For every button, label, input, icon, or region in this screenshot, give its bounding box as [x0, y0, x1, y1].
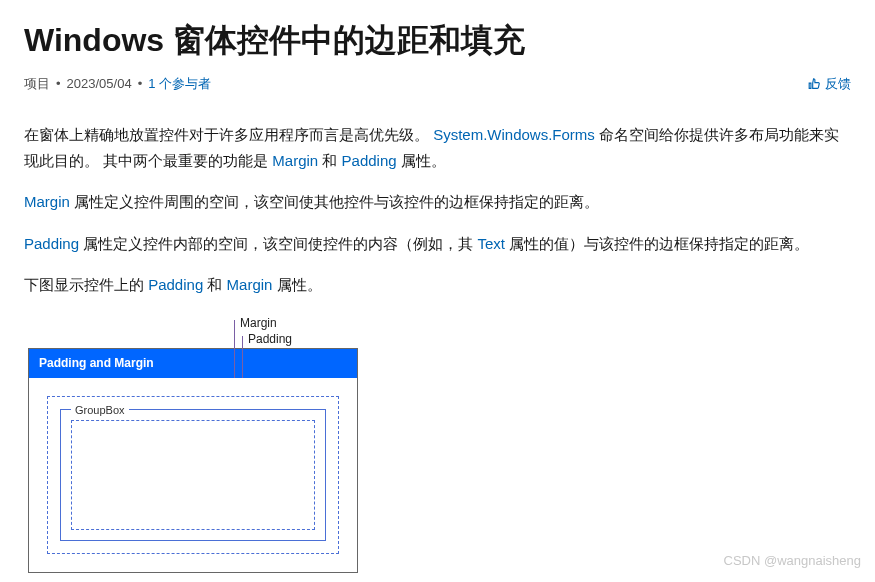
diagram-panel-title: Padding and Margin: [29, 349, 357, 378]
link-padding[interactable]: Padding: [24, 235, 79, 252]
watermark: CSDN @wangnaisheng: [724, 551, 862, 572]
diagram-groupbox: GroupBox: [60, 409, 326, 541]
link-system-windows-forms[interactable]: System.Windows.Forms: [433, 126, 595, 143]
diagram-panel-body: GroupBox: [29, 378, 357, 572]
paragraph-3: Padding 属性定义控件内部的空间，该空间使控件的内容（例如，其 Text …: [24, 231, 851, 257]
text: 属性。: [401, 152, 446, 169]
feedback-label: 反馈: [825, 74, 851, 95]
text: 属性定义控件内部的空间，该空间使控件的内容（例如，其: [83, 235, 477, 252]
link-margin[interactable]: Margin: [227, 276, 273, 293]
feedback-button[interactable]: 反馈: [807, 74, 851, 95]
text: 和: [322, 152, 341, 169]
link-padding[interactable]: Padding: [148, 276, 203, 293]
meta-project: 项目: [24, 74, 50, 95]
thumbs-up-icon: [807, 77, 821, 91]
paragraph-1: 在窗体上精确地放置控件对于许多应用程序而言是高优先级。 System.Windo…: [24, 122, 851, 173]
page-title: Windows 窗体控件中的边距和填充: [24, 20, 851, 62]
diagram-label-padding: Padding: [248, 330, 292, 349]
diagram-panel: Padding and Margin GroupBox: [28, 348, 358, 573]
diagram: Margin Padding Padding and Margin GroupB…: [28, 314, 851, 573]
diagram-padding-box: [71, 420, 315, 530]
callout-line-margin: [234, 320, 235, 380]
link-margin[interactable]: Margin: [272, 152, 318, 169]
paragraph-2: Margin 属性定义控件周围的空间，该空间使其他控件与该控件的边框保持指定的距…: [24, 189, 851, 215]
diagram-margin-box: GroupBox: [47, 396, 339, 554]
diagram-groupbox-label: GroupBox: [71, 402, 129, 420]
link-padding[interactable]: Padding: [342, 152, 397, 169]
text: 属性定义控件周围的空间，该空间使其他控件与该控件的边框保持指定的距离。: [74, 193, 599, 210]
text: 在窗体上精确地放置控件对于许多应用程序而言是高优先级。: [24, 126, 433, 143]
meta-date: 2023/05/04: [67, 74, 132, 95]
link-text[interactable]: Text: [477, 235, 505, 252]
text: 属性的值）与该控件的边框保持指定的距离。: [509, 235, 809, 252]
link-margin[interactable]: Margin: [24, 193, 70, 210]
contributors-link[interactable]: 1 个参与者: [148, 74, 211, 95]
paragraph-4: 下图显示控件上的 Padding 和 Margin 属性。: [24, 272, 851, 298]
meta-separator: •: [138, 74, 143, 95]
meta-separator: •: [56, 74, 61, 95]
text: 和: [207, 276, 226, 293]
text: 下图显示控件上的: [24, 276, 148, 293]
meta-row: 项目 • 2023/05/04 • 1 个参与者 反馈: [24, 74, 851, 95]
text: 属性。: [277, 276, 322, 293]
